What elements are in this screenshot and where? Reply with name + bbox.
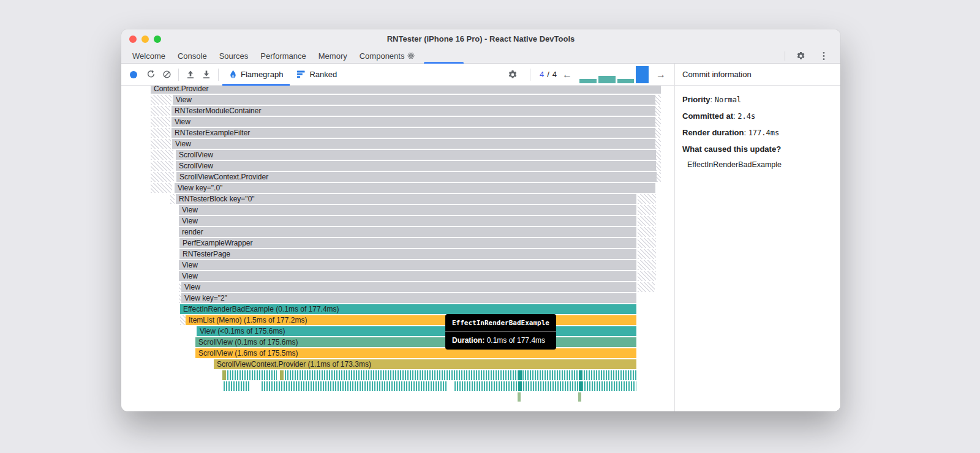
flame-hatch-left [151, 117, 170, 127]
flame-bar[interactable]: RNTesterBlock key="0" [176, 194, 636, 204]
tooltip-component-name: EffectInRenderBadExample [445, 314, 556, 332]
tab-components[interactable]: Components [353, 48, 421, 63]
tab-performance[interactable]: Performance [254, 48, 312, 63]
flame-icon [229, 70, 237, 79]
priority-line: Priority: Normal [682, 94, 833, 105]
update-cause-component[interactable]: EffectInRenderBadExample [682, 160, 833, 170]
flame-hatch-right [655, 95, 661, 105]
tab-console[interactable]: Console [172, 48, 213, 63]
render-duration-value: 177.4ms [748, 129, 780, 137]
flame-bar[interactable]: RNTesterPage [179, 249, 636, 259]
title-bar: RNTester (iPhone 16 Pro) - React Native … [121, 29, 840, 48]
commit-bar[interactable] [579, 79, 597, 83]
commit-bar-selected[interactable] [636, 66, 649, 83]
flame-leaf-bar[interactable] [578, 392, 581, 402]
flame-bar[interactable]: PerfExampleWrapper [179, 238, 636, 248]
load-profile-icon[interactable] [183, 67, 198, 83]
flame-bar[interactable]: RNTesterExampleFilter [172, 128, 655, 138]
flame-micro-bar-olive[interactable] [222, 370, 226, 380]
flame-bar[interactable]: RNTesterModuleContainer [172, 106, 655, 116]
flame-hatch-right [655, 106, 661, 116]
flame-micro-bars[interactable] [454, 381, 636, 391]
commit-selector-bars[interactable] [579, 66, 649, 83]
flame-bar[interactable]: render [179, 227, 636, 237]
committed-at-line: Committed at: 2.4s [682, 111, 833, 122]
flame-micro-bars[interactable] [222, 370, 277, 380]
flame-hatch-left [151, 172, 174, 182]
commit-count: 4 / 4 [540, 70, 557, 79]
ranked-view-tab[interactable]: Ranked [290, 64, 344, 85]
react-atom-icon [407, 52, 415, 59]
record-button[interactable] [130, 71, 137, 78]
flame-micro-bar-dark[interactable] [579, 381, 582, 391]
divider [785, 51, 785, 61]
flame-bar[interactable]: Context.Provider [151, 86, 661, 94]
flame-bar[interactable]: View [173, 95, 655, 105]
flame-micro-bars[interactable] [262, 381, 448, 391]
flame-micro-bars[interactable] [224, 381, 249, 391]
flame-bar[interactable]: View (<0.1ms of 175.6ms) [197, 326, 636, 336]
close-window-button[interactable] [129, 36, 137, 43]
commit-information-body: Priority: Normal Committed at: 2.4s Rend… [675, 86, 840, 179]
divider [218, 69, 219, 81]
next-commit-arrow-icon[interactable]: → [656, 70, 666, 80]
flame-micro-bar-dark[interactable] [518, 370, 522, 380]
save-profile-icon[interactable] [198, 67, 214, 83]
flame-bar[interactable]: ItemList (Memo) (1.5ms of 177.2ms) [186, 315, 636, 325]
flame-bar[interactable]: ScrollView [176, 150, 656, 160]
reload-and-profile-icon[interactable] [143, 67, 159, 83]
flame-bar[interactable]: View [172, 117, 655, 127]
tab-sources[interactable]: Sources [213, 48, 255, 63]
flame-bar[interactable]: ScrollView (1.6ms of 175.5ms) [195, 348, 636, 358]
flame-hatch-right [638, 271, 656, 281]
flame-bar[interactable]: View key=".0" [175, 183, 655, 193]
flame-hatch-left [151, 183, 172, 193]
flamegraph-view-tab[interactable]: Flamegraph [222, 64, 290, 85]
flame-bar[interactable]: View [181, 282, 636, 292]
flame-micro-bar-dark[interactable] [518, 381, 522, 391]
flame-bar[interactable]: EffectInRenderBadExample (0.1ms of 177.4… [180, 304, 636, 314]
flame-bar[interactable]: View [172, 139, 655, 149]
settings-gear-icon[interactable] [793, 48, 809, 64]
flame-hatch-right [638, 194, 656, 204]
tab-memory[interactable]: Memory [312, 48, 353, 63]
tooltip-duration: Duration: 0.1ms of 177.4ms [445, 332, 556, 350]
divider [178, 69, 179, 81]
commit-bar[interactable] [617, 79, 634, 83]
flame-hatch-right [655, 117, 661, 127]
tab-welcome[interactable]: Welcome [126, 48, 172, 63]
flame-bar[interactable]: View [179, 205, 636, 215]
profiler-settings-gear-icon[interactable] [505, 67, 521, 83]
commit-total: 4 [552, 70, 557, 79]
zoom-window-button[interactable] [154, 36, 161, 43]
window-title: RNTester (iPhone 16 Pro) - React Native … [387, 34, 575, 43]
minimize-window-button[interactable] [141, 36, 149, 43]
commit-bar[interactable] [598, 76, 616, 83]
tab-bar-right-controls [785, 48, 840, 63]
flamegraph-tooltip: EffectInRenderBadExample Duration: 0.1ms… [445, 314, 556, 350]
flame-bar[interactable]: ScrollViewContext.Provider (1.1ms of 173… [214, 359, 636, 369]
flame-bar[interactable]: View [179, 271, 636, 281]
flame-bar[interactable]: ScrollView (0.1ms of 175.6ms) [195, 337, 636, 347]
divider [530, 69, 530, 81]
update-cause-label: What caused this update? [682, 144, 833, 154]
flame-micro-bar-dark[interactable] [579, 370, 582, 380]
commit-information-panel: Commit information Priority: Normal Comm… [675, 64, 840, 411]
flame-hatch-right [656, 161, 661, 171]
kebab-menu-icon[interactable] [816, 48, 832, 64]
tab-profiler-selected[interactable] [421, 48, 467, 63]
flame-micro-bars[interactable] [280, 370, 636, 380]
profiler-pane: Flamegraph Ranked 4 / 4 [121, 64, 675, 411]
clear-profiling-data-icon[interactable] [159, 67, 175, 83]
flame-bar[interactable]: View [179, 260, 636, 270]
flame-bar[interactable]: View [179, 216, 636, 226]
flame-bar[interactable]: ScrollView [176, 161, 656, 171]
flame-hatch-right [638, 216, 656, 226]
committed-at-value: 2.4s [737, 112, 755, 121]
flame-bar[interactable]: View key="2" [181, 293, 636, 303]
flame-hatch-right [638, 282, 655, 292]
previous-commit-arrow-icon[interactable]: ← [562, 70, 572, 80]
flame-micro-bar-olive[interactable] [280, 370, 284, 380]
flame-bar[interactable]: ScrollViewContext.Provider [176, 172, 657, 182]
flame-leaf-bar[interactable] [518, 392, 521, 402]
